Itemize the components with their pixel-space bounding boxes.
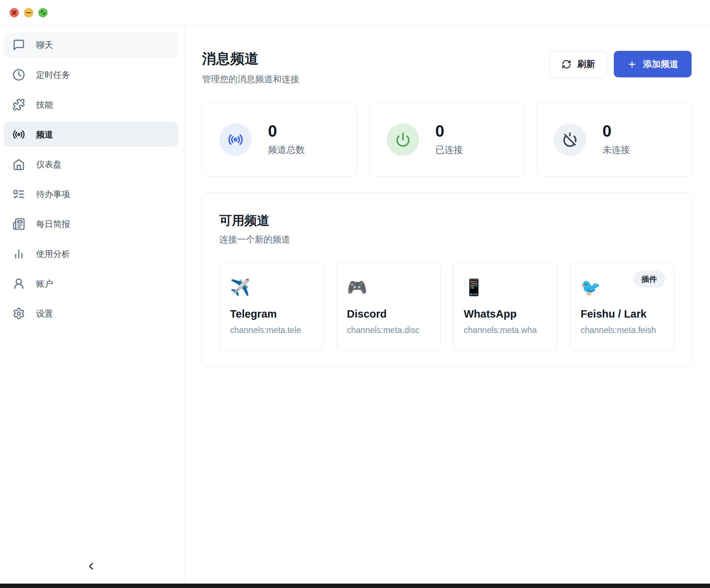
sidebar-item-settings[interactable]: 设置 — [4, 301, 178, 326]
refresh-button[interactable]: 刷新 — [549, 51, 607, 77]
channel-name: Feishu / Lark — [581, 308, 664, 320]
sidebar-collapse-button[interactable] — [83, 559, 99, 574]
available-channels-panel: 可用频道 连接一个新的频道 ✈️ Telegram channels:meta.… — [202, 193, 692, 368]
sidebar-item-label: 设置 — [36, 308, 53, 319]
sidebar-item-skills[interactable]: 技能 — [4, 92, 178, 117]
sidebar-nav: 聊天 定时任务 技能 频道 仪表盘 待办事项 — [4, 32, 178, 331]
stat-value: 0 — [268, 123, 305, 139]
stat-label: 已连接 — [435, 144, 463, 156]
gear-icon — [13, 307, 25, 320]
chat-bubble-icon — [13, 39, 25, 51]
refresh-button-label: 刷新 — [577, 58, 595, 70]
channel-name: Discord — [347, 308, 430, 320]
channel-card-feishu[interactable]: 插件 🐦 Feishu / Lark channels:meta.feish — [570, 262, 674, 351]
sidebar-item-label: 使用分析 — [36, 248, 70, 260]
sidebar-item-scheduled-tasks[interactable]: 定时任务 — [4, 62, 178, 87]
sidebar-item-label: 技能 — [36, 99, 53, 111]
header-actions: 刷新 添加频道 — [549, 51, 692, 77]
add-channel-button[interactable]: 添加频道 — [614, 51, 692, 77]
page-subtitle: 管理您的消息频道和连接 — [202, 73, 299, 85]
channel-id: channels:meta.wha — [464, 325, 547, 335]
stat-card-disconnected: 0 未连接 — [536, 102, 692, 177]
stat-value: 0 — [435, 123, 463, 139]
window-titlebar — [0, 0, 710, 26]
broadcast-icon — [13, 128, 25, 141]
sidebar-item-label: 待办事项 — [36, 189, 70, 200]
stat-card-total-channels: 0 频道总数 — [202, 102, 357, 177]
sidebar-item-label: 每日简报 — [36, 218, 70, 230]
plugin-badge: 插件 — [633, 271, 665, 288]
refresh-icon — [561, 59, 571, 69]
channel-id: channels:meta.tele — [230, 325, 313, 335]
channel-card-telegram[interactable]: ✈️ Telegram channels:meta.tele — [219, 262, 324, 351]
sidebar-item-channels[interactable]: 频道 — [4, 122, 178, 147]
window-close-button[interactable] — [10, 8, 19, 17]
window-minimize-button[interactable] — [24, 8, 33, 17]
channel-name: Telegram — [230, 308, 313, 320]
channel-card-whatsapp[interactable]: 📱 WhatsApp channels:meta.wha — [453, 262, 557, 351]
minimize-icon — [24, 8, 33, 17]
checklist-icon — [13, 188, 25, 200]
newspaper-icon — [13, 218, 25, 230]
channel-id: channels:meta.feish — [581, 325, 664, 335]
page-header: 消息频道 管理您的消息频道和连接 刷新 添加频道 — [202, 49, 692, 85]
sidebar-item-dashboard[interactable]: 仪表盘 — [4, 152, 178, 177]
sidebar-item-todos[interactable]: 待办事项 — [4, 182, 178, 207]
sidebar-item-daily-brief[interactable]: 每日简报 — [4, 211, 178, 237]
stat-value: 0 — [602, 123, 630, 139]
sidebar-item-chat[interactable]: 聊天 — [4, 32, 178, 57]
available-channels-title: 可用频道 — [219, 212, 674, 229]
whatsapp-phone-icon: 📱 — [464, 278, 547, 297]
page-title: 消息频道 — [202, 49, 299, 68]
channel-id: channels:meta.disc — [347, 325, 430, 335]
available-channels-subtitle: 连接一个新的频道 — [219, 234, 674, 245]
sidebar: 聊天 定时任务 技能 频道 仪表盘 待办事项 — [0, 26, 185, 584]
sidebar-item-usage-analytics[interactable]: 使用分析 — [4, 241, 178, 266]
discord-gamepad-icon: 🎮 — [347, 278, 430, 297]
add-channel-button-label: 添加频道 — [643, 58, 678, 70]
fullscreen-icon — [39, 8, 47, 17]
broadcast-icon — [219, 123, 252, 156]
sidebar-item-label: 账户 — [36, 278, 53, 290]
user-icon — [13, 277, 25, 290]
stat-card-connected: 0 已连接 — [369, 102, 525, 177]
window-fullscreen-button[interactable] — [38, 8, 48, 17]
power-off-icon — [554, 123, 586, 156]
stats-row: 0 频道总数 0 已连接 0 未连接 — [202, 102, 692, 177]
main-content: 消息频道 管理您的消息频道和连接 刷新 添加频道 0 — [185, 26, 710, 584]
window-controls — [10, 8, 48, 17]
sidebar-item-label: 频道 — [36, 129, 53, 140]
stat-label: 未连接 — [602, 144, 630, 156]
bottom-edge — [0, 584, 710, 588]
telegram-airplane-icon: ✈️ — [230, 278, 313, 297]
puzzle-icon — [13, 98, 25, 111]
sidebar-item-label: 聊天 — [36, 39, 53, 51]
stat-label: 频道总数 — [268, 144, 305, 156]
home-icon — [13, 158, 25, 171]
sidebar-item-label: 定时任务 — [36, 69, 70, 81]
power-icon — [387, 123, 419, 156]
clock-icon — [13, 69, 25, 81]
channel-card-discord[interactable]: 🎮 Discord channels:meta.disc — [336, 262, 441, 351]
chevron-left-icon — [86, 561, 97, 572]
channel-grid: ✈️ Telegram channels:meta.tele 🎮 Discord… — [219, 262, 674, 351]
close-icon — [10, 8, 18, 17]
plus-icon — [627, 59, 637, 69]
sidebar-item-label: 仪表盘 — [36, 159, 62, 170]
channel-name: WhatsApp — [464, 308, 547, 320]
bar-chart-icon — [13, 248, 25, 260]
sidebar-item-account[interactable]: 账户 — [4, 271, 178, 296]
